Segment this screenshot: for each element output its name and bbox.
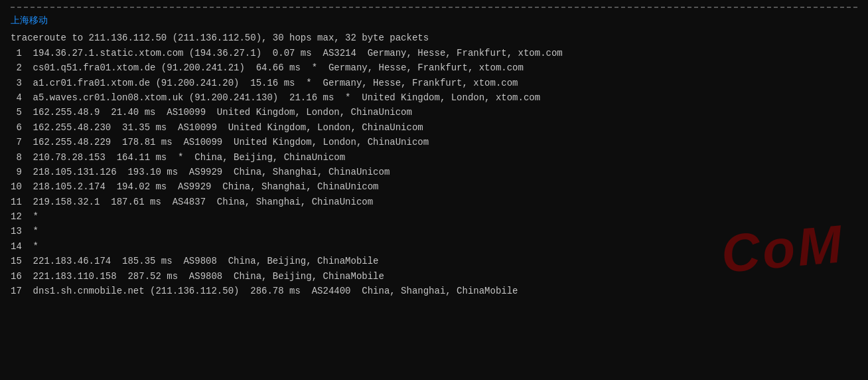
- traceroute-header: traceroute to 211.136.112.50 (211.136.11…: [11, 31, 857, 45]
- hop-line: 17 dns1.sh.cnmobile.net (211.136.112.50)…: [11, 284, 857, 298]
- hop-line: 6 162.255.48.230 31.35 ms AS10099 United…: [11, 120, 857, 135]
- hop-line: 10 218.105.2.174 194.02 ms AS9929 China,…: [11, 179, 857, 194]
- hop-line: 16 221.183.110.158 287.52 ms AS9808 Chin…: [11, 269, 857, 284]
- location-label: 上海移动: [11, 13, 857, 28]
- hop-line: 11 219.158.32.1 187.61 ms AS4837 China, …: [11, 195, 857, 209]
- hop-line: 1 194.36.27.1.static.xtom.com (194.36.27…: [11, 46, 857, 60]
- hops-container: 1 194.36.27.1.static.xtom.com (194.36.27…: [11, 46, 857, 299]
- hop-line: 5 162.255.48.9 21.40 ms AS10099 United K…: [11, 105, 857, 120]
- hop-line: 2 cs01.q51.fra01.xtom.de (91.200.241.21)…: [11, 60, 857, 75]
- hop-line: 13 *: [11, 224, 857, 238]
- hop-line: 15 221.183.46.174 185.35 ms AS9808 China…: [11, 254, 857, 268]
- hop-line: 3 a1.cr01.fra01.xtom.de (91.200.241.20) …: [11, 76, 857, 90]
- hop-line: 9 218.105.131.126 193.10 ms AS9929 China…: [11, 165, 857, 179]
- hop-line: 14 *: [11, 239, 857, 254]
- dotted-border: [11, 7, 857, 8]
- hop-line: 8 210.78.28.153 164.11 ms * China, Beiji…: [11, 150, 857, 165]
- hop-line: 4 a5.waves.cr01.lon08.xtom.uk (91.200.24…: [11, 90, 857, 105]
- hop-line: 12 *: [11, 209, 857, 224]
- hop-line: 7 162.255.48.229 178.81 ms AS10099 Unite…: [11, 135, 857, 149]
- terminal-container: 上海移动 traceroute to 211.136.112.50 (211.1…: [11, 7, 857, 298]
